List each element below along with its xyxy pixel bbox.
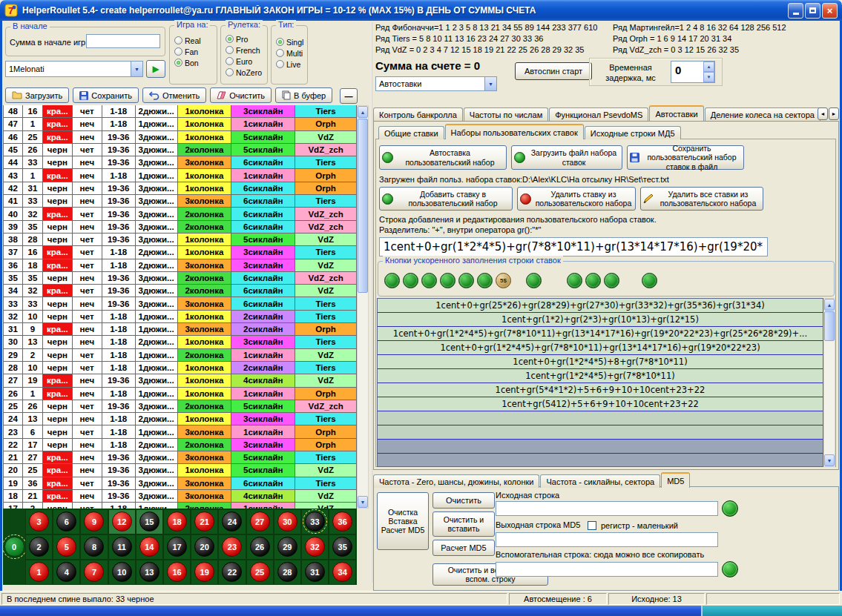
md5-aux-input[interactable] bbox=[496, 562, 718, 577]
bottomtab-md5[interactable]: MD5 bbox=[661, 472, 690, 488]
quick-bet-button-8[interactable] bbox=[526, 273, 542, 288]
bet-list-item-9[interactable] bbox=[378, 411, 823, 425]
board-cell-20[interactable]: 20 bbox=[191, 534, 218, 560]
table-row[interactable]: 2127кра...неч19-363дюжи...3колонка5сикла… bbox=[4, 451, 357, 464]
board-zero-cell[interactable]: 0 bbox=[3, 509, 25, 585]
board-cell-11[interactable]: 11 bbox=[108, 534, 136, 560]
quick-bet-button-5[interactable] bbox=[458, 273, 474, 288]
save-bet-set-button[interactable]: Сохранить пользовательский набор ставок … bbox=[627, 145, 744, 170]
subtab-общие-ставки[interactable]: Общие ставки bbox=[378, 126, 444, 139]
board-cell-6[interactable]: 6 bbox=[53, 509, 80, 534]
clear-button[interactable]: Очистить bbox=[210, 87, 272, 103]
tab-автоставки[interactable]: Автоставки bbox=[649, 105, 703, 121]
quick-bet-button-11[interactable] bbox=[604, 273, 619, 288]
md5-clear-button[interactable]: Очистить bbox=[432, 492, 495, 509]
md5-output-input[interactable] bbox=[496, 532, 718, 547]
board-cell-8[interactable]: 8 bbox=[80, 534, 108, 560]
spin-up-icon[interactable]: ▲ bbox=[703, 62, 714, 72]
undo-button[interactable]: Отменить bbox=[142, 87, 206, 103]
md5-clear-paste-button[interactable]: Очистить и вставить bbox=[432, 511, 495, 537]
table-row[interactable]: 4133черннеч19-363дюжи...3колонка6сиклайн… bbox=[4, 195, 357, 208]
md5-aux-go-button[interactable] bbox=[722, 561, 738, 577]
autospin-start-button[interactable]: Автоспин старт bbox=[515, 62, 592, 80]
table-row[interactable]: 4625кра...неч19-363дюжи...1колонка5сикла… bbox=[4, 131, 357, 144]
md5-source-input[interactable] bbox=[496, 501, 718, 516]
table-row[interactable]: 3210чернчет1-181дюжи...1колонка2сиклайнT… bbox=[4, 311, 357, 323]
board-cell-31[interactable]: 31 bbox=[301, 560, 329, 585]
table-row[interactable]: 3333черннеч19-363дюжи...3колонка6сиклайн… bbox=[4, 297, 357, 310]
table-row[interactable]: 172чернчет1-181дюжи...2колонка1сиклайнVd… bbox=[4, 503, 357, 509]
tab-контроль-банкролла[interactable]: Контроль банкролла bbox=[373, 107, 463, 121]
tabs-scroll-right-icon[interactable]: ► bbox=[829, 107, 839, 120]
maximize-button[interactable] bbox=[805, 3, 820, 19]
table-row[interactable]: 2025кра...неч19-363дюжи...1колонка5сикла… bbox=[4, 464, 357, 477]
subtab-исходные-строки-мд5[interactable]: Исходные строки МД5 bbox=[585, 126, 681, 139]
table-row[interactable]: 4526чернчет19-363дюжи...2колонка5сиклайн… bbox=[4, 144, 357, 156]
radio-real[interactable]: Real bbox=[174, 35, 215, 46]
bet-list-item-1[interactable]: 1cent+0+gr(25*26)+gr(28*29)+gr(27*30)+gr… bbox=[378, 299, 823, 313]
radio-fan[interactable]: Fan bbox=[174, 46, 215, 57]
radio-live[interactable]: Live bbox=[276, 59, 306, 70]
table-row[interactable]: 261кра...неч1-181дюжи...1колонка1сиклайн… bbox=[4, 388, 357, 400]
board-cell-24[interactable]: 24 bbox=[218, 509, 246, 534]
bet-list-item-2[interactable]: 1cent+gr(1*2)+gr(2*3)+gr(10*13)+gr(12*15… bbox=[378, 313, 823, 327]
delete-all-bets-button[interactable]: Удалить все ставки из пользовательского … bbox=[640, 187, 763, 211]
save-button[interactable]: Сохранить bbox=[73, 87, 139, 103]
spin-down-icon[interactable]: ▼ bbox=[703, 72, 714, 82]
board-cell-30[interactable]: 30 bbox=[274, 509, 301, 534]
table-row[interactable]: 2217черннеч1-182дюжи...2колонка3сиклайнO… bbox=[4, 439, 357, 451]
board-cell-34[interactable]: 34 bbox=[329, 560, 356, 585]
scrollbar-thumb[interactable] bbox=[824, 311, 835, 341]
board-cell-4[interactable]: 4 bbox=[53, 560, 80, 585]
table-row[interactable]: 4433черннеч19-363дюжи...3колонка6сиклайн… bbox=[4, 156, 357, 169]
board-cell-23[interactable]: 23 bbox=[218, 534, 246, 560]
table-row[interactable]: 292чернчет1-181дюжи...2колонка1сиклайнVd… bbox=[4, 349, 357, 362]
board-cell-29[interactable]: 29 bbox=[274, 534, 301, 560]
board-cell-36[interactable]: 36 bbox=[329, 509, 356, 534]
board-cell-3[interactable]: 3 bbox=[25, 509, 53, 534]
table-row[interactable]: 2526чернчет19-363дюжи...2колонка5сиклайн… bbox=[4, 400, 357, 413]
table-row[interactable]: 2810чернчет1-181дюжи...1колонка2сиклайнT… bbox=[4, 362, 357, 374]
board-cell-9[interactable]: 9 bbox=[80, 509, 108, 534]
bet-list-item-4[interactable]: 1cent+0+gr(1*2*4*5)+gr(7*8*10*11)+gr(13*… bbox=[378, 341, 823, 355]
bottomtab-частота-сиклайны-сектора[interactable]: Частота - сиклайны, сектора bbox=[540, 474, 660, 488]
chevron-down-icon[interactable]: ▼ bbox=[131, 62, 142, 76]
bet-string-input[interactable] bbox=[379, 237, 768, 256]
radio-euro[interactable]: Euro bbox=[226, 56, 266, 67]
board-cell-25[interactable]: 25 bbox=[246, 560, 274, 585]
scroll-up-icon[interactable]: ▲ bbox=[358, 106, 368, 118]
preset-combo[interactable]: 1Melonati ▼ bbox=[5, 61, 143, 77]
quick-bet-button-2[interactable] bbox=[403, 273, 418, 288]
table-row[interactable]: 3935черннеч19-363дюжи...2колонка6сиклайн… bbox=[4, 221, 357, 234]
md5-calc-button[interactable]: Расчет MD5 bbox=[432, 540, 495, 556]
table-row[interactable]: 2413черннеч1-182дюжи...1колонка3сиклайнT… bbox=[4, 413, 357, 425]
play-button[interactable]: ▶ bbox=[146, 60, 165, 78]
scroll-up-icon[interactable]: ▲ bbox=[824, 299, 835, 311]
scroll-down-icon[interactable]: ▼ bbox=[358, 496, 368, 508]
lowercase-checkbox[interactable] bbox=[588, 521, 596, 530]
quick-bet-button-12[interactable] bbox=[642, 273, 657, 288]
board-cell-10[interactable]: 10 bbox=[108, 560, 136, 585]
tab-функционал-psevdoms[interactable]: Функционал PsevdoMS bbox=[549, 107, 648, 121]
board-cell-22[interactable]: 22 bbox=[218, 560, 246, 585]
table-scrollbar[interactable]: ▲ ▼ bbox=[357, 105, 369, 509]
radio-multi[interactable]: Multi bbox=[276, 47, 306, 59]
tabs-scroll-left-icon[interactable]: ◄ bbox=[818, 107, 828, 120]
radio-bon[interactable]: Bon bbox=[174, 57, 215, 68]
collapse-button[interactable]: — bbox=[340, 88, 358, 104]
board-cell-35[interactable]: 35 bbox=[329, 534, 356, 560]
delay-spinbox[interactable]: 0 ▲ ▼ bbox=[671, 61, 715, 83]
table-row[interactable]: 4032кра...чет19-363дюжи...2колонка6сикла… bbox=[4, 208, 357, 220]
board-cell-32[interactable]: 32 bbox=[301, 534, 329, 560]
bet-list-item-10[interactable] bbox=[378, 425, 823, 440]
board-cell-21[interactable]: 21 bbox=[191, 509, 218, 534]
board-cell-17[interactable]: 17 bbox=[163, 534, 191, 560]
load-button[interactable]: Загрузить bbox=[5, 87, 69, 103]
quick-bet-button-7[interactable]: 5$ bbox=[496, 273, 511, 288]
start-sum-input[interactable] bbox=[86, 34, 160, 48]
board-cell-12[interactable]: 12 bbox=[108, 509, 136, 534]
tab-деление-колеса-на-сектора[interactable]: Деление колеса на сектора bbox=[705, 107, 820, 121]
board-cell-33[interactable]: 33 bbox=[301, 509, 329, 534]
board-cell-27[interactable]: 27 bbox=[246, 509, 274, 534]
board-cell-14[interactable]: 14 bbox=[136, 534, 163, 560]
